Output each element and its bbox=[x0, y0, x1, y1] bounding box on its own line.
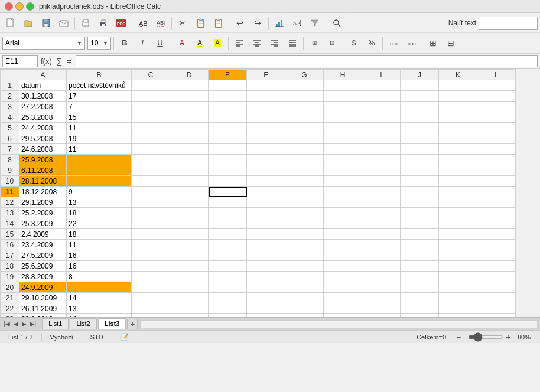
cell-f14[interactable] bbox=[247, 218, 285, 229]
cell-j10[interactable] bbox=[401, 176, 439, 187]
open-button[interactable] bbox=[20, 15, 37, 31]
cell-f3[interactable] bbox=[247, 102, 285, 112]
cell-b9[interactable] bbox=[67, 165, 132, 176]
cell-f2[interactable] bbox=[247, 91, 285, 102]
cell-d5[interactable] bbox=[170, 123, 209, 133]
cell-i5[interactable] bbox=[362, 123, 401, 133]
cell-e14[interactable] bbox=[209, 218, 247, 229]
cell-g7[interactable] bbox=[285, 144, 324, 155]
cell-j22[interactable] bbox=[401, 303, 439, 314]
bold-button[interactable]: B bbox=[116, 35, 133, 51]
cell-c3[interactable] bbox=[132, 102, 170, 112]
cell-k19[interactable] bbox=[439, 272, 477, 282]
cell-i13[interactable] bbox=[362, 208, 401, 218]
cell-e23[interactable] bbox=[209, 314, 247, 318]
col-header-k[interactable]: K bbox=[439, 70, 477, 80]
sheet-tab-list1[interactable]: List1 bbox=[42, 318, 69, 329]
cell-i10[interactable] bbox=[362, 176, 401, 187]
row-number[interactable]: 21 bbox=[1, 293, 19, 303]
cell-f17[interactable] bbox=[247, 250, 285, 261]
cell-h17[interactable] bbox=[324, 250, 362, 261]
cell-i12[interactable] bbox=[362, 197, 401, 208]
cell-e7[interactable] bbox=[209, 144, 247, 155]
print-button[interactable] bbox=[95, 15, 112, 31]
cell-g2[interactable] bbox=[285, 91, 324, 102]
increase-indent-button[interactable]: ⊞ bbox=[425, 35, 441, 51]
cell-e5[interactable] bbox=[209, 123, 247, 133]
cell-k7[interactable] bbox=[439, 144, 477, 155]
cell-j2[interactable] bbox=[401, 91, 439, 102]
font-color-button[interactable]: A bbox=[174, 35, 190, 51]
cell-d15[interactable] bbox=[170, 229, 209, 240]
cell-c18[interactable] bbox=[132, 261, 170, 272]
row-number[interactable]: 5 bbox=[1, 123, 19, 133]
cell-e6[interactable] bbox=[209, 133, 247, 144]
cell-l21[interactable] bbox=[477, 293, 516, 303]
cell-h13[interactable] bbox=[324, 208, 362, 218]
cell-l20[interactable] bbox=[477, 282, 516, 293]
cell-c16[interactable] bbox=[132, 240, 170, 250]
font-size-selector[interactable]: 10 ▼ bbox=[87, 37, 111, 50]
cell-c11[interactable] bbox=[132, 187, 170, 197]
cell-j6[interactable] bbox=[401, 133, 439, 144]
cell-k20[interactable] bbox=[439, 282, 477, 293]
formula-equals-button[interactable]: = bbox=[65, 57, 73, 66]
sheet-tab-list2[interactable]: List2 bbox=[70, 318, 96, 329]
cell-b5[interactable]: 11 bbox=[67, 123, 132, 133]
row-number[interactable]: 2 bbox=[1, 91, 19, 102]
cell-e18[interactable] bbox=[209, 261, 247, 272]
cell-f8[interactable] bbox=[247, 155, 285, 165]
row-number[interactable]: 8 bbox=[1, 155, 19, 165]
cell-h22[interactable] bbox=[324, 303, 362, 314]
cell-b22[interactable]: 13 bbox=[67, 303, 132, 314]
cell-i4[interactable] bbox=[362, 112, 401, 123]
cell-k10[interactable] bbox=[439, 176, 477, 187]
cell-f22[interactable] bbox=[247, 303, 285, 314]
cell-b20[interactable] bbox=[67, 282, 132, 293]
row-number[interactable]: 18 bbox=[1, 261, 19, 272]
row-number[interactable]: 11 bbox=[1, 187, 19, 197]
row-number[interactable]: 4 bbox=[1, 112, 19, 123]
cell-c15[interactable] bbox=[132, 229, 170, 240]
cell-k2[interactable] bbox=[439, 91, 477, 102]
cell-k13[interactable] bbox=[439, 208, 477, 218]
cell-f19[interactable] bbox=[247, 272, 285, 282]
cell-k14[interactable] bbox=[439, 218, 477, 229]
cell-d2[interactable] bbox=[170, 91, 209, 102]
cell-d19[interactable] bbox=[170, 272, 209, 282]
cell-g14[interactable] bbox=[285, 218, 324, 229]
cell-g3[interactable] bbox=[285, 102, 324, 112]
cell-f4[interactable] bbox=[247, 112, 285, 123]
email-button[interactable] bbox=[56, 15, 72, 31]
cell-h12[interactable] bbox=[324, 197, 362, 208]
cell-h5[interactable] bbox=[324, 123, 362, 133]
cell-i8[interactable] bbox=[362, 155, 401, 165]
minimize-button[interactable] bbox=[15, 2, 24, 11]
cell-l2[interactable] bbox=[477, 91, 516, 102]
cell-c21[interactable] bbox=[132, 293, 170, 303]
cell-e3[interactable] bbox=[209, 102, 247, 112]
cell-e1[interactable] bbox=[209, 80, 247, 91]
cell-j9[interactable] bbox=[401, 165, 439, 176]
cell-b23[interactable]: 14 bbox=[67, 314, 132, 318]
col-header-l[interactable]: L bbox=[477, 70, 516, 80]
tab-last-button[interactable]: ▶| bbox=[29, 321, 38, 327]
cell-j7[interactable] bbox=[401, 144, 439, 155]
cell-d6[interactable] bbox=[170, 133, 209, 144]
cell-j20[interactable] bbox=[401, 282, 439, 293]
cell-g10[interactable] bbox=[285, 176, 324, 187]
cell-g17[interactable] bbox=[285, 250, 324, 261]
merge-button[interactable]: ⊞ bbox=[306, 35, 323, 51]
cell-reference-input[interactable]: E11 bbox=[2, 55, 38, 67]
filter-button[interactable] bbox=[307, 15, 323, 31]
cell-i6[interactable] bbox=[362, 133, 401, 144]
cell-g18[interactable] bbox=[285, 261, 324, 272]
cell-h3[interactable] bbox=[324, 102, 362, 112]
cell-k16[interactable] bbox=[439, 240, 477, 250]
cell-f20[interactable] bbox=[247, 282, 285, 293]
cell-d16[interactable] bbox=[170, 240, 209, 250]
row-number[interactable]: 13 bbox=[1, 208, 19, 218]
col-header-h[interactable]: H bbox=[324, 70, 362, 80]
cell-g8[interactable] bbox=[285, 155, 324, 165]
cell-c14[interactable] bbox=[132, 218, 170, 229]
